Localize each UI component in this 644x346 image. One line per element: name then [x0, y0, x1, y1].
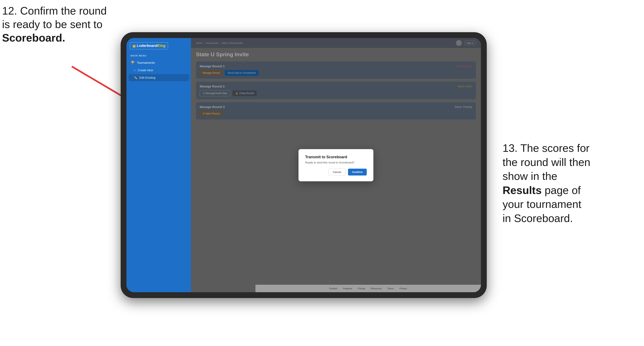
- logo-leader: Le: [137, 44, 141, 48]
- crown-icon: 👑: [132, 44, 136, 48]
- edit-existing-label: Edit Existing: [139, 76, 156, 79]
- create-new-label: Create New: [138, 69, 153, 72]
- logo-area: 👑 Le derboard King: [126, 38, 191, 51]
- edit-icon: ✏️: [134, 76, 137, 79]
- tournaments-label: Tournaments: [137, 61, 155, 64]
- tablet-frame: 👑 Le derboard King MAIN MENU 🏆 Tournamen…: [121, 32, 487, 298]
- logo-board: derboard: [141, 44, 157, 48]
- annotation-bottom-step: 13. The scores forthe round will thensho…: [502, 142, 590, 182]
- confirm-button[interactable]: Confirm: [348, 169, 367, 175]
- sidebar-item-tournaments[interactable]: 🏆 Tournaments: [126, 59, 191, 67]
- main-menu-label: MAIN MENU: [126, 51, 191, 59]
- logo-inner: 👑 Le derboard King: [130, 42, 168, 49]
- sidebar-item-create-new[interactable]: + Create New: [126, 67, 191, 74]
- cancel-button[interactable]: Cancel: [328, 169, 346, 175]
- dialog-box: Transmit to Scoreboard Ready to send thi…: [298, 149, 374, 181]
- main-content: Home › Tournaments › State U Spring Invi…: [191, 38, 481, 292]
- annotation-results-bold: Results: [502, 184, 542, 196]
- annotation-bottom: 13. The scores forthe round will thensho…: [502, 141, 638, 225]
- logo-king: King: [157, 44, 166, 48]
- dialog-buttons: Cancel Confirm: [305, 169, 367, 175]
- annotation-line2: is ready to be sent to: [2, 18, 102, 30]
- sidebar: 👑 Le derboard King MAIN MENU 🏆 Tournamen…: [126, 38, 191, 292]
- plus-icon: +: [134, 69, 136, 72]
- annotation-top: 12. Confirm the round is ready to be sen…: [2, 4, 123, 45]
- annotation-line1: Confirm the round: [20, 5, 107, 17]
- annotation-step: 12.: [2, 5, 17, 17]
- dialog-subtitle: Ready to send this round to Scoreboard?: [305, 161, 367, 164]
- sidebar-item-edit-existing[interactable]: ✏️ Edit Existing: [128, 74, 189, 81]
- annotation-bold: Scoreboard.: [2, 32, 65, 44]
- dialog-title: Transmit to Scoreboard: [305, 155, 367, 159]
- trophy-icon: 🏆: [131, 61, 135, 65]
- tablet-screen: 👑 Le derboard King MAIN MENU 🏆 Tournamen…: [126, 38, 481, 292]
- dialog-overlay: Transmit to Scoreboard Ready to send thi…: [191, 38, 481, 292]
